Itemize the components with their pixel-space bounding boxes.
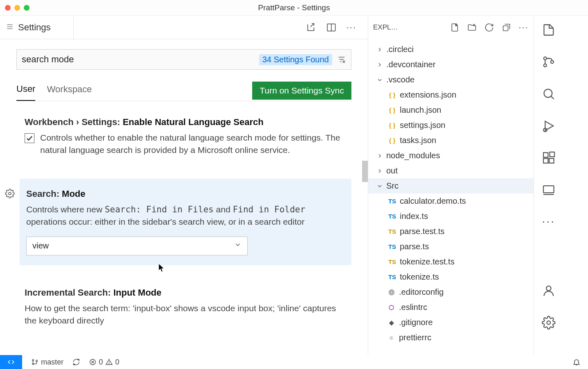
svg-point-10 <box>9 192 11 195</box>
tree-label: calculator.demo.ts <box>400 196 466 206</box>
folder-item[interactable]: out <box>368 163 533 178</box>
setting-natural-language-search: Workbench › Settings: Enable Natural Lan… <box>20 114 351 160</box>
minimize-window-button[interactable] <box>14 5 20 11</box>
file-item[interactable]: ≡prettierrc <box>368 330 533 345</box>
manage-gear-icon[interactable] <box>542 316 556 330</box>
folder-item[interactable]: node_modules <box>368 148 533 163</box>
tree-label: .circleci <box>386 45 414 54</box>
svg-point-18 <box>551 60 554 63</box>
tree-label: .gitignore <box>399 318 433 327</box>
svg-point-38 <box>109 363 109 364</box>
setting-checkbox[interactable] <box>25 133 34 143</box>
collapse-all-button[interactable] <box>501 23 511 32</box>
scope-tab-user[interactable]: User <box>16 80 35 101</box>
tree-label: tasks.json <box>400 136 436 145</box>
svg-point-31 <box>32 360 34 361</box>
settings-search-row: 34 Settings Found <box>16 49 351 70</box>
file-item[interactable]: { }tasks.json <box>368 133 533 148</box>
tree-label: tokenize.test.ts <box>400 257 454 266</box>
search-activity-icon[interactable] <box>542 87 556 101</box>
folder-item[interactable]: .circleci <box>368 42 533 57</box>
scrollbar-thumb[interactable] <box>362 161 368 182</box>
split-editor-button[interactable] <box>326 22 337 33</box>
settings-search-input[interactable] <box>22 54 259 65</box>
file-item[interactable]: TSindex.ts <box>368 209 533 224</box>
tree-label: node_modules <box>386 151 440 160</box>
svg-rect-25 <box>549 158 554 163</box>
editor-area: Settings ··· 34 Settings Found <box>0 16 368 355</box>
explorer-more-button[interactable]: ··· <box>519 22 529 33</box>
tree-label: parse.test.ts <box>400 227 444 236</box>
clear-filter-button[interactable] <box>337 55 346 64</box>
scope-tab-workspace[interactable]: Workspace <box>47 81 92 100</box>
branch-name: master <box>41 358 64 367</box>
gear-icon[interactable] <box>5 189 15 200</box>
explorer-activity-icon[interactable] <box>542 23 556 37</box>
activity-bar: ··· <box>534 16 563 355</box>
remote-activity-icon[interactable] <box>542 183 556 197</box>
sync-status[interactable] <box>73 358 80 366</box>
settings-sync-button[interactable]: Turn on Settings Sync <box>252 82 351 100</box>
git-branch-status[interactable]: master <box>31 358 64 367</box>
file-item[interactable]: { }settings.json <box>368 118 533 133</box>
file-item[interactable]: TSparse.ts <box>368 239 533 254</box>
file-item[interactable]: TStokenize.ts <box>368 269 533 285</box>
settings-tab[interactable]: Settings <box>0 16 74 39</box>
chevron-icon <box>376 61 384 68</box>
maximize-window-button[interactable] <box>24 5 30 11</box>
setting-description: How to get the search term: 'input-box' … <box>25 302 346 327</box>
folder-item[interactable]: Src <box>368 178 533 194</box>
error-count: 0 <box>99 358 103 367</box>
svg-point-33 <box>36 360 38 362</box>
dropdown-value: view <box>32 241 49 251</box>
settings-icon <box>6 23 14 32</box>
file-item[interactable]: TStokenize.test.ts <box>368 254 533 269</box>
close-window-button[interactable] <box>5 5 11 11</box>
file-item[interactable]: TScalculator.demo.ts <box>368 194 533 209</box>
tree-label: .eslintrc <box>399 303 427 312</box>
file-item[interactable]: ◆.gitignore <box>368 315 533 330</box>
svg-point-29 <box>546 286 551 291</box>
problems-status[interactable]: 0 0 <box>89 358 119 367</box>
file-item[interactable]: { }extensions.json <box>368 87 533 102</box>
tree-label: .devcontainer <box>386 60 435 69</box>
refresh-button[interactable] <box>484 23 494 32</box>
window-titlebar: PrattParse - Settings <box>0 0 588 16</box>
new-file-button[interactable] <box>450 23 460 32</box>
extensions-activity-icon[interactable] <box>542 151 556 165</box>
file-item[interactable]: TSparse.test.ts <box>368 224 533 239</box>
svg-point-16 <box>544 57 547 60</box>
explorer-panel: EXPL… ··· .circleci.devcontainer.vscode{… <box>368 16 534 355</box>
tree-label: launch.json <box>400 105 441 115</box>
more-actions-button[interactable]: ··· <box>346 22 356 33</box>
settings-found-count: 34 Settings Found <box>259 54 332 65</box>
file-item[interactable]: { }launch.json <box>368 102 533 118</box>
svg-rect-15 <box>503 26 508 31</box>
settings-scope-tabs: User Workspace Turn on Settings Sync <box>16 80 351 101</box>
setting-description: Controls whether to enable the natural l… <box>40 132 346 157</box>
settings-tab-label: Settings <box>18 22 51 33</box>
new-folder-button[interactable] <box>467 23 477 32</box>
chevron-down-icon <box>234 241 242 251</box>
tree-label: prettierrc <box>399 333 431 342</box>
file-item[interactable]: .editorconfig <box>368 285 533 300</box>
file-tree: .circleci.devcontainer.vscode{ }extensio… <box>368 39 533 348</box>
editor-tabbar: Settings ··· <box>0 16 368 39</box>
file-item[interactable]: ⬡.eslintrc <box>368 300 533 315</box>
notifications-button[interactable] <box>572 358 581 366</box>
chevron-icon <box>376 168 384 174</box>
account-icon[interactable] <box>542 284 556 298</box>
tree-label: Src <box>386 181 399 191</box>
folder-item[interactable]: .devcontainer <box>368 57 533 72</box>
tree-label: settings.json <box>400 121 445 130</box>
open-json-button[interactable] <box>305 22 316 33</box>
search-mode-dropdown[interactable]: view <box>26 237 248 255</box>
warning-count: 0 <box>115 358 119 367</box>
folder-item[interactable]: .vscode <box>368 72 533 87</box>
svg-rect-26 <box>550 152 554 157</box>
remote-indicator[interactable] <box>0 355 22 369</box>
activity-more-button[interactable]: ··· <box>542 215 555 228</box>
status-bar: master 0 0 <box>0 355 588 369</box>
source-control-activity-icon[interactable] <box>542 55 556 69</box>
run-debug-activity-icon[interactable] <box>542 119 556 133</box>
